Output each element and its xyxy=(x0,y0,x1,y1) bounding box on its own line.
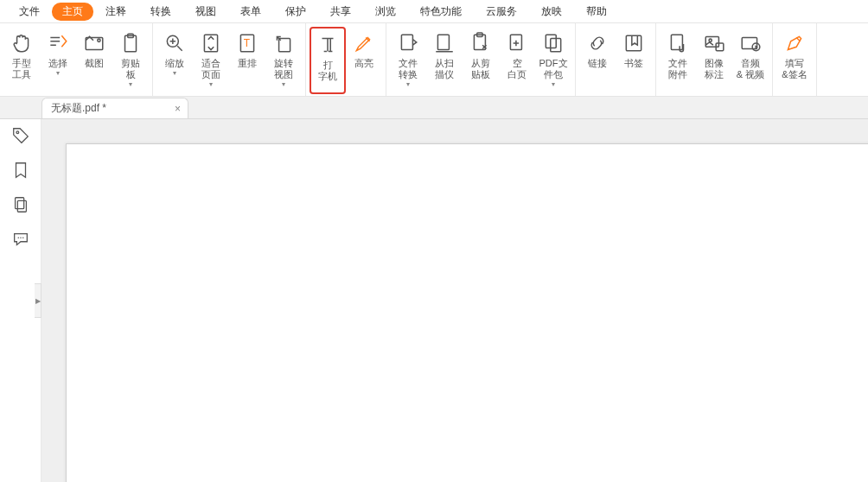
fit-page-button[interactable]: 适合 页面▾ xyxy=(193,27,229,94)
select-icon xyxy=(47,32,69,54)
imageannot-icon xyxy=(703,32,725,54)
rotate-view-button[interactable]: 旋转 视图▾ xyxy=(265,27,302,94)
pages-panel[interactable] xyxy=(11,195,30,214)
comments-panel[interactable] xyxy=(11,230,30,249)
bookmark-panel[interactable] xyxy=(11,161,30,180)
from-scanner-label: 从扫 描仪 xyxy=(435,58,454,80)
zoom-button[interactable]: 缩放▾ xyxy=(156,27,193,94)
snapshot-button[interactable]: 截图 xyxy=(76,27,112,94)
pdf-package-button[interactable]: PDF文 件包▾ xyxy=(535,27,571,94)
svg-rect-25 xyxy=(17,200,26,212)
fill-sign-label: 填写 &签名 xyxy=(782,58,807,80)
reflow-label: 重排 xyxy=(238,58,257,69)
chevron-down-icon: ▾ xyxy=(282,81,285,88)
menu-item-12[interactable]: 帮助 xyxy=(574,3,619,21)
file-convert-label: 文件 转换 xyxy=(399,58,418,80)
chevron-down-icon: ▾ xyxy=(209,81,213,88)
menu-item-4[interactable]: 视图 xyxy=(183,3,228,21)
sign-icon xyxy=(783,32,806,54)
rotate-icon xyxy=(272,32,295,54)
from-clipboard-button[interactable]: 从剪 贴板 xyxy=(463,27,499,94)
audio-video-button[interactable]: 音频 & 视频 xyxy=(732,27,769,94)
chevron-down-icon: ▾ xyxy=(56,70,60,77)
file-convert-button[interactable]: 文件 转换▾ xyxy=(390,27,426,94)
chevron-down-icon: ▾ xyxy=(129,81,132,88)
ribbon-group-4: 链接书签 xyxy=(576,23,656,96)
ribbon-group-5: 文件 附件图像 标注音频 & 视频 xyxy=(656,23,773,96)
fromclip-icon xyxy=(469,32,492,54)
sidebar-expand-handle[interactable]: ▶ xyxy=(35,283,41,318)
menu-item-11[interactable]: 放映 xyxy=(529,3,574,21)
select-button[interactable]: 选择▾ xyxy=(40,27,76,94)
svg-text:T: T xyxy=(244,37,250,49)
scanner-icon xyxy=(433,32,456,54)
menu-item-10[interactable]: 云服务 xyxy=(474,3,529,21)
select-label: 选择 xyxy=(48,58,67,69)
ribbon-group-0: 手型 工具选择▾截图剪贴 板▾ xyxy=(0,23,153,96)
document-tab[interactable]: 无标题.pdf * × xyxy=(41,98,188,118)
highlight-label: 高亮 xyxy=(354,58,373,69)
menu-item-6[interactable]: 保护 xyxy=(273,3,318,21)
ribbon-group-1: 缩放▾适合 页面▾T重排旋转 视图▾ xyxy=(153,23,306,96)
clipboard-icon xyxy=(119,32,142,54)
fill-sign-button[interactable]: 填写 &签名 xyxy=(776,27,813,94)
zoom-label: 缩放 xyxy=(165,58,184,69)
typewriter-icon xyxy=(316,34,339,56)
blank-page-button[interactable]: 空 白页 xyxy=(499,27,535,94)
package-icon xyxy=(542,32,565,54)
bookmark-button[interactable]: 书签 xyxy=(616,27,652,94)
chevron-down-icon: ▾ xyxy=(552,81,555,88)
document-tab-title: 无标题.pdf * xyxy=(51,101,106,116)
menu-item-9[interactable]: 特色功能 xyxy=(408,3,474,21)
tag-panel[interactable] xyxy=(11,126,30,145)
svg-point-19 xyxy=(709,39,712,41)
highlight-button[interactable]: 高亮 xyxy=(346,27,382,94)
svg-point-1 xyxy=(98,39,100,41)
chevron-down-icon: ▾ xyxy=(406,81,410,88)
svg-rect-10 xyxy=(437,35,449,49)
fileconvert-icon xyxy=(397,32,419,54)
chevron-down-icon: ▾ xyxy=(173,70,176,77)
menu-item-8[interactable]: 浏览 xyxy=(363,3,408,21)
clipboard-label: 剪贴 板 xyxy=(121,58,140,80)
menu-item-3[interactable]: 转换 xyxy=(138,3,183,21)
hand-icon xyxy=(10,32,33,54)
menu-item-7[interactable]: 共享 xyxy=(318,3,363,21)
menu-item-2[interactable]: 注释 xyxy=(93,3,138,21)
close-icon[interactable]: × xyxy=(175,103,181,115)
rotate-view-label: 旋转 视图 xyxy=(274,58,293,80)
left-sidebar: ▶ xyxy=(0,119,41,482)
link-button[interactable]: 链接 xyxy=(579,27,616,94)
link-label: 链接 xyxy=(588,58,607,69)
link-icon xyxy=(586,32,609,54)
menu-item-5[interactable]: 表单 xyxy=(228,3,273,21)
clipboard-button[interactable]: 剪贴 板▾ xyxy=(112,27,149,94)
menu-item-0[interactable]: 文件 xyxy=(7,3,52,21)
image-annot-button[interactable]: 图像 标注 xyxy=(696,27,732,94)
image-annot-label: 图像 标注 xyxy=(705,58,724,80)
svg-point-26 xyxy=(17,237,18,238)
svg-rect-18 xyxy=(705,36,718,47)
pdf-package-label: PDF文 件包 xyxy=(539,58,568,80)
reflow-button[interactable]: T重排 xyxy=(229,27,265,94)
snapshot-icon xyxy=(83,32,105,54)
typewriter-label: 打 字机 xyxy=(318,60,337,82)
canvas-area[interactable] xyxy=(41,119,868,482)
svg-point-27 xyxy=(20,237,21,238)
file-attach-button[interactable]: 文件 附件 xyxy=(660,27,696,94)
menu-bar: 文件主页注释转换视图表单保护共享浏览特色功能云服务放映帮助 xyxy=(0,0,868,22)
audio-video-label: 音频 & 视频 xyxy=(737,58,764,80)
hand-tool-label: 手型 工具 xyxy=(12,58,31,80)
attach-icon xyxy=(667,32,689,54)
typewriter-button[interactable]: 打 字机 xyxy=(310,27,346,94)
ribbon-group-2: 打 字机高亮 xyxy=(306,23,386,96)
menu-item-1[interactable]: 主页 xyxy=(52,3,93,21)
from-clipboard-label: 从剪 贴板 xyxy=(471,58,490,80)
from-scanner-button[interactable]: 从扫 描仪 xyxy=(426,27,463,94)
snapshot-label: 截图 xyxy=(85,58,104,69)
bookmark-icon xyxy=(622,32,645,54)
document-page[interactable] xyxy=(66,143,868,482)
hand-tool-button[interactable]: 手型 工具 xyxy=(3,27,40,94)
ribbon-group-6: 填写 &签名 xyxy=(773,23,817,96)
svg-rect-9 xyxy=(401,35,412,49)
